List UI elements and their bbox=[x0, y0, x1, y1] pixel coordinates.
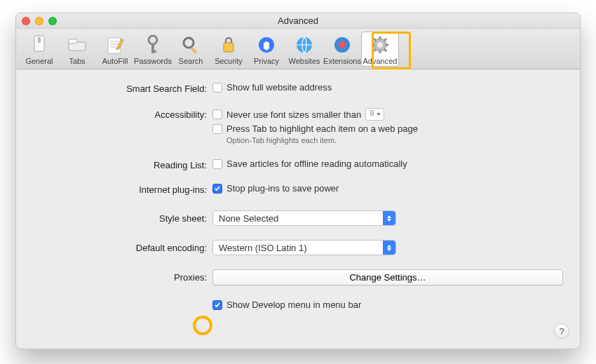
min-font-size-select[interactable]: 9 bbox=[365, 108, 384, 121]
never-smaller-label: Never use font sizes smaller than bbox=[226, 109, 361, 120]
svg-rect-3 bbox=[69, 39, 77, 43]
svg-point-8 bbox=[184, 38, 194, 48]
show-develop-checkbox[interactable] bbox=[212, 300, 222, 310]
accessibility-label: Accessibility: bbox=[33, 108, 212, 120]
tabs-icon bbox=[58, 34, 96, 56]
help-button[interactable]: ? bbox=[554, 323, 569, 339]
save-offline-label: Save articles for offline reading automa… bbox=[226, 159, 407, 169]
security-icon bbox=[210, 34, 248, 56]
autofill-icon bbox=[96, 34, 134, 56]
tab-advanced[interactable]: Advanced bbox=[361, 32, 399, 67]
stylesheet-select[interactable]: None Selected bbox=[212, 210, 396, 226]
tab-passwords[interactable]: Passwords bbox=[134, 32, 172, 67]
websites-icon bbox=[285, 34, 323, 56]
svg-point-15 bbox=[377, 42, 383, 48]
tab-extensions[interactable]: Extensions bbox=[323, 32, 361, 67]
stylesheet-value: None Selected bbox=[219, 213, 278, 224]
proxies-label: Proxies: bbox=[33, 269, 212, 283]
stop-plugins-checkbox[interactable] bbox=[212, 184, 222, 194]
tab-security[interactable]: Security bbox=[210, 32, 248, 67]
advanced-pane: Smart Search Field: Show full website ad… bbox=[16, 69, 580, 349]
tab-privacy[interactable]: Privacy bbox=[248, 32, 285, 67]
preferences-window: Advanced General Tabs bbox=[15, 13, 581, 349]
stop-plugins-label: Stop plug-ins to save power bbox=[226, 183, 339, 194]
encoding-value: Western (ISO Latin 1) bbox=[219, 243, 306, 253]
reading-list-label: Reading List: bbox=[33, 159, 212, 170]
chevron-updown-icon bbox=[383, 211, 395, 225]
show-develop-label: Show Develop menu in menu bar bbox=[226, 299, 361, 310]
save-offline-checkbox[interactable] bbox=[212, 159, 222, 169]
passwords-icon bbox=[134, 34, 172, 56]
extensions-icon bbox=[323, 34, 361, 56]
svg-rect-7 bbox=[151, 50, 156, 53]
encoding-label: Default encoding: bbox=[33, 240, 212, 253]
tab-websites[interactable]: Websites bbox=[285, 32, 323, 67]
show-full-address-checkbox[interactable] bbox=[212, 83, 222, 93]
titlebar: Advanced bbox=[16, 13, 580, 29]
general-icon bbox=[20, 34, 58, 56]
change-settings-button[interactable]: Change Settings… bbox=[212, 269, 563, 285]
tab-search[interactable]: Search bbox=[172, 32, 210, 67]
option-tab-hint: Option-Tab highlights each item. bbox=[226, 136, 563, 144]
svg-rect-9 bbox=[191, 47, 198, 54]
window-title: Advanced bbox=[16, 15, 580, 26]
svg-rect-1 bbox=[38, 37, 41, 43]
search-icon bbox=[172, 34, 210, 56]
preferences-toolbar: General Tabs AutoFill bbox=[16, 29, 580, 69]
press-tab-checkbox[interactable] bbox=[212, 124, 222, 134]
chevron-updown-icon bbox=[383, 241, 395, 255]
svg-point-5 bbox=[149, 36, 157, 44]
tab-autofill[interactable]: AutoFill bbox=[96, 32, 134, 67]
tab-tabs[interactable]: Tabs bbox=[58, 32, 96, 67]
tab-general[interactable]: General bbox=[20, 32, 58, 67]
show-full-address-label: Show full website address bbox=[226, 82, 332, 93]
never-smaller-checkbox[interactable] bbox=[212, 109, 222, 119]
press-tab-label: Press Tab to highlight each item on a we… bbox=[226, 123, 418, 134]
encoding-select[interactable]: Western (ISO Latin 1) bbox=[212, 240, 396, 255]
svg-rect-10 bbox=[224, 43, 233, 52]
plugins-label: Internet plug-ins: bbox=[33, 183, 212, 195]
privacy-icon bbox=[248, 34, 285, 56]
advanced-icon bbox=[361, 34, 399, 56]
smart-search-label: Smart Search Field: bbox=[33, 82, 212, 94]
stylesheet-label: Style sheet: bbox=[33, 210, 212, 224]
